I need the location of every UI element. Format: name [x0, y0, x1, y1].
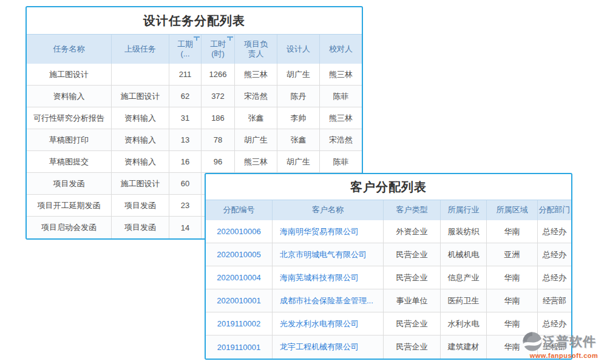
- cell: 23: [169, 195, 202, 217]
- column-handle-icon: [227, 36, 233, 41]
- cell: 陈丹: [277, 86, 320, 107]
- assignment-id-link[interactable]: 2020010004: [206, 266, 273, 289]
- cell: 经营部: [538, 289, 571, 312]
- table-row[interactable]: 2020010001成都市社会保险基金管理...事业单位医药卫生华南经营部: [206, 289, 571, 312]
- cell: 胡广生: [235, 129, 277, 151]
- column-header[interactable]: 工时 (时): [202, 35, 235, 64]
- column-header-label: 分配编号: [223, 205, 255, 215]
- column-header[interactable]: 分配部门: [538, 200, 571, 220]
- cell: 医药卫生: [441, 289, 487, 312]
- table-row[interactable]: 2019110002光发水利水电有限公司民营企业水利水电华南总经办: [206, 312, 571, 335]
- cell: 78: [202, 129, 235, 151]
- cell: 张鑫: [235, 107, 277, 129]
- cell: 施工图设计: [27, 64, 112, 86]
- cell: [112, 64, 169, 86]
- column-header-label: 设计人: [287, 44, 310, 54]
- cell: 民营企业: [384, 266, 441, 289]
- cell: 李帅: [277, 107, 320, 129]
- column-header-label: 项目负 责人: [244, 39, 268, 59]
- cell: 211: [169, 64, 202, 86]
- column-header[interactable]: 校对人: [320, 35, 362, 64]
- table-row[interactable]: 施工图设计2111266熊三林胡广生熊三林: [27, 64, 362, 86]
- cell: 宋浩然: [235, 86, 277, 107]
- customer-assignment-panel-title: 客户分配列表: [206, 174, 571, 200]
- customer-name-link[interactable]: 海南明华贸易有限公司: [273, 220, 384, 243]
- cell: 工程部: [538, 335, 571, 359]
- column-header-label: 所属行业: [448, 205, 480, 215]
- table-row[interactable]: 2020010004海南芜城科技有限公司民营企业信息产业华南总经办: [206, 266, 571, 289]
- column-header-label: 工期 (...: [177, 39, 193, 59]
- cell: 草稿图打印: [27, 129, 112, 151]
- column-header[interactable]: 分配编号: [206, 200, 273, 220]
- column-header[interactable]: 上级任务: [112, 35, 169, 64]
- cell: 31: [169, 107, 202, 129]
- assignment-id-link[interactable]: 2020010001: [206, 289, 273, 312]
- table-row[interactable]: 草稿图打印资料输入1378胡广生张鑫宋浩然: [27, 129, 362, 151]
- column-header[interactable]: 项目负 责人: [235, 35, 277, 64]
- assignment-id-link[interactable]: 2020010006: [206, 220, 273, 243]
- cell: 资料输入: [27, 86, 112, 107]
- table-row[interactable]: 2020010005北京市明城电气有限公司民营企业机械机电亚洲总经办: [206, 243, 571, 266]
- cell: 项目发函: [112, 195, 169, 217]
- cell: 民营企业: [384, 335, 441, 359]
- cell: 总经办: [538, 243, 571, 266]
- cell: 16: [169, 151, 202, 173]
- cell: 96: [202, 151, 235, 173]
- customer-name-link[interactable]: 北京市明城电气有限公司: [273, 243, 384, 266]
- table-row[interactable]: 可行性研究分析报告资料输入31186张鑫李帅熊三林: [27, 107, 362, 129]
- column-handle-icon: [194, 36, 200, 41]
- assignment-id-link[interactable]: 2019110001: [206, 335, 273, 359]
- customer-name-link[interactable]: 龙宇工程机械有限公司: [273, 335, 384, 359]
- cell: 华南: [487, 266, 538, 289]
- cell: 项目发函: [27, 173, 112, 195]
- column-header-label: 上级任务: [124, 44, 156, 54]
- design-task-panel-title: 设计任务分配列表: [27, 7, 362, 34]
- column-header-label: 所属区域: [497, 205, 528, 215]
- column-header[interactable]: 所属区域: [487, 200, 538, 220]
- cell: 13: [169, 129, 202, 151]
- table-row[interactable]: 资料输入施工图设计62372宋浩然陈丹陈菲: [27, 86, 362, 107]
- column-header-label: 客户类型: [396, 205, 428, 215]
- cell: 建筑建材: [441, 335, 487, 359]
- cell: 资料输入: [112, 129, 169, 151]
- cell: 陈菲: [320, 151, 362, 173]
- table-row[interactable]: 2019110001龙宇工程机械有限公司民营企业建筑建材华南工程部: [206, 335, 571, 359]
- cell: 项目发函: [112, 217, 169, 238]
- cell: 施工图设计: [112, 86, 169, 107]
- cell: 总经办: [538, 266, 571, 289]
- cell: 总经办: [538, 220, 571, 243]
- cell: 民营企业: [384, 243, 441, 266]
- column-header[interactable]: 设计人: [277, 35, 320, 64]
- cell: 372: [202, 86, 235, 107]
- customer-assignment-header-row: 分配编号客户名称客户类型所属行业所属区域分配部门: [206, 200, 571, 220]
- table-row[interactable]: 草稿图提交资料输入1696熊三林胡广生陈菲: [27, 151, 362, 173]
- design-task-header-row: 任务名称上级任务工期 (...工时 (时)项目负 责人设计人校对人: [27, 34, 362, 64]
- column-header[interactable]: 工期 (...: [169, 35, 202, 64]
- assignment-id-link[interactable]: 2020010005: [206, 243, 273, 266]
- cell: 可行性研究分析报告: [27, 107, 112, 129]
- cell: 项目开工延期发函: [27, 195, 112, 217]
- cell: 民营企业: [384, 312, 441, 335]
- column-header[interactable]: 客户名称: [273, 200, 384, 220]
- column-header[interactable]: 任务名称: [27, 35, 112, 64]
- column-header-label: 分配部门: [539, 205, 571, 215]
- column-header-label: 工时 (时): [210, 39, 226, 59]
- table-row[interactable]: 2020010006海南明华贸易有限公司外资企业服装纺织华南总经办: [206, 220, 571, 243]
- cell: 62: [169, 86, 202, 107]
- customer-name-link[interactable]: 海南芜城科技有限公司: [273, 266, 384, 289]
- cell: 项目启动会发函: [27, 217, 112, 238]
- column-header[interactable]: 客户类型: [384, 200, 441, 220]
- cell: 胡广生: [277, 64, 320, 86]
- cell: 陈菲: [320, 86, 362, 107]
- cell: 华南: [487, 289, 538, 312]
- cell: 服装纺织: [441, 220, 487, 243]
- customer-name-link[interactable]: 成都市社会保险基金管理...: [273, 289, 384, 312]
- customer-name-link[interactable]: 光发水利水电有限公司: [273, 312, 384, 335]
- assignment-id-link[interactable]: 2019110002: [206, 312, 273, 335]
- cell: 事业单位: [384, 289, 441, 312]
- cell: 亚洲: [487, 243, 538, 266]
- customer-assignment-panel: 客户分配列表 分配编号客户名称客户类型所属行业所属区域分配部门 20200100…: [205, 173, 572, 360]
- cell: 外资企业: [384, 220, 441, 243]
- column-header[interactable]: 所属行业: [441, 200, 487, 220]
- column-header-label: 校对人: [329, 44, 353, 54]
